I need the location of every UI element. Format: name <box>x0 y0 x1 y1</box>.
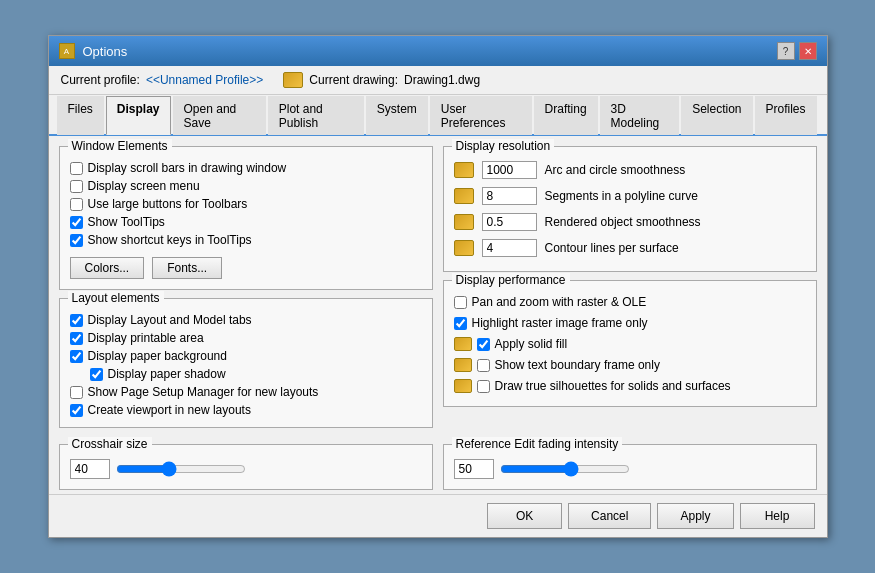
res-icon-1 <box>454 188 474 204</box>
shortcut-keys-checkbox[interactable] <box>70 234 83 247</box>
current-profile-item: Current profile: <<Unnamed Profile>> <box>61 73 264 87</box>
crosshair-slider-row <box>70 459 422 479</box>
text-boundary-checkbox[interactable] <box>477 359 490 372</box>
res-label-0: Arc and circle smoothness <box>545 163 686 177</box>
tab-plot-publish[interactable]: Plot and Publish <box>268 96 364 135</box>
res-input-2[interactable] <box>482 213 537 231</box>
res-icon-3 <box>454 240 474 256</box>
help-title-btn[interactable]: ? <box>777 42 795 60</box>
page-setup-manager-label[interactable]: Show Page Setup Manager for new layouts <box>88 385 319 399</box>
res-row-1: Segments in a polyline curve <box>454 187 806 205</box>
ref-edit-value-input[interactable] <box>454 459 494 479</box>
screen-menu-checkbox[interactable] <box>70 180 83 193</box>
create-viewport-checkbox[interactable] <box>70 404 83 417</box>
res-icon-0 <box>454 162 474 178</box>
ok-button[interactable]: OK <box>487 503 562 529</box>
pan-zoom-checkbox[interactable] <box>454 296 467 309</box>
scroll-bars-label[interactable]: Display scroll bars in drawing window <box>88 161 287 175</box>
checkbox-create-viewport: Create viewport in new layouts <box>70 403 422 417</box>
help-button[interactable]: Help <box>740 503 815 529</box>
drawing-icon <box>283 72 303 88</box>
crosshair-value-input[interactable] <box>70 459 110 479</box>
printable-area-checkbox[interactable] <box>70 332 83 345</box>
apply-button[interactable]: Apply <box>657 503 733 529</box>
highlight-raster-checkbox[interactable] <box>454 317 467 330</box>
right-panel: Display resolution Arc and circle smooth… <box>443 146 817 428</box>
fonts-button[interactable]: Fonts... <box>152 257 222 279</box>
layout-model-tabs-label[interactable]: Display Layout and Model tabs <box>88 313 252 327</box>
page-setup-manager-checkbox[interactable] <box>70 386 83 399</box>
close-title-btn[interactable]: ✕ <box>799 42 817 60</box>
checkbox-printable-area: Display printable area <box>70 331 422 345</box>
create-viewport-label[interactable]: Create viewport in new layouts <box>88 403 251 417</box>
res-label-1: Segments in a polyline curve <box>545 189 698 203</box>
apply-solid-label[interactable]: Apply solid fill <box>495 337 568 351</box>
tab-files[interactable]: Files <box>57 96 104 135</box>
display-resolution-group: Display resolution Arc and circle smooth… <box>443 146 817 272</box>
res-row-2: Rendered object smoothness <box>454 213 806 231</box>
tab-3d-modeling[interactable]: 3D Modeling <box>600 96 680 135</box>
crosshair-slider[interactable] <box>116 461 246 477</box>
cancel-button[interactable]: Cancel <box>568 503 651 529</box>
res-row-3: Contour lines per surface <box>454 239 806 257</box>
ref-edit-slider[interactable] <box>500 461 630 477</box>
tab-selection[interactable]: Selection <box>681 96 752 135</box>
res-input-3[interactable] <box>482 239 537 257</box>
tab-system[interactable]: System <box>366 96 428 135</box>
perf-row-0: Pan and zoom with raster & OLE <box>454 295 806 309</box>
current-drawing-item: Current drawing: Drawing1.dwg <box>283 72 480 88</box>
window-elements-title: Window Elements <box>68 139 172 153</box>
ref-edit-content <box>454 459 806 479</box>
dialog-title: Options <box>83 44 128 59</box>
title-bar-buttons: ? ✕ <box>777 42 817 60</box>
paper-shadow-label[interactable]: Display paper shadow <box>108 367 226 381</box>
tooltips-label[interactable]: Show ToolTips <box>88 215 165 229</box>
colors-button[interactable]: Colors... <box>70 257 145 279</box>
checkbox-tooltips: Show ToolTips <box>70 215 422 229</box>
layout-model-tabs-checkbox[interactable] <box>70 314 83 327</box>
tab-open-save[interactable]: Open and Save <box>173 96 266 135</box>
res-input-0[interactable] <box>482 161 537 179</box>
large-buttons-checkbox[interactable] <box>70 198 83 211</box>
drawing-label: Current drawing: <box>309 73 398 87</box>
checkbox-page-setup-manager: Show Page Setup Manager for new layouts <box>70 385 422 399</box>
paper-background-label[interactable]: Display paper background <box>88 349 227 363</box>
res-input-1[interactable] <box>482 187 537 205</box>
ref-edit-section: Reference Edit fading intensity <box>443 444 817 490</box>
true-silhouettes-checkbox[interactable] <box>477 380 490 393</box>
crosshair-content <box>70 459 422 479</box>
checkbox-screen-menu: Display screen menu <box>70 179 422 193</box>
paper-shadow-checkbox[interactable] <box>90 368 103 381</box>
tab-display[interactable]: Display <box>106 96 171 135</box>
perf-row-3: Show text boundary frame only <box>454 358 806 372</box>
options-dialog: A Options ? ✕ Current profile: <<Unnamed… <box>48 35 828 538</box>
perf-icon-4 <box>454 379 472 393</box>
left-panel: Window Elements Display scroll bars in d… <box>59 146 433 428</box>
printable-area-label[interactable]: Display printable area <box>88 331 204 345</box>
tab-user-prefs[interactable]: User Preferences <box>430 96 532 135</box>
ref-edit-slider-row <box>454 459 806 479</box>
tabs-bar: Files Display Open and Save Plot and Pub… <box>49 95 827 136</box>
tab-drafting[interactable]: Drafting <box>534 96 598 135</box>
tab-profiles[interactable]: Profiles <box>755 96 817 135</box>
paper-background-checkbox[interactable] <box>70 350 83 363</box>
checkbox-scroll-bars: Display scroll bars in drawing window <box>70 161 422 175</box>
res-icon-2 <box>454 214 474 230</box>
perf-icon-3 <box>454 358 472 372</box>
ref-edit-title: Reference Edit fading intensity <box>452 437 623 451</box>
title-bar-left: A Options <box>59 43 128 59</box>
scroll-bars-checkbox[interactable] <box>70 162 83 175</box>
highlight-raster-label[interactable]: Highlight raster image frame only <box>472 316 648 330</box>
tooltips-checkbox[interactable] <box>70 216 83 229</box>
screen-menu-label[interactable]: Display screen menu <box>88 179 200 193</box>
true-silhouettes-label[interactable]: Draw true silhouettes for solids and sur… <box>495 379 731 393</box>
apply-solid-checkbox[interactable] <box>477 338 490 351</box>
checkbox-shortcut-keys: Show shortcut keys in ToolTips <box>70 233 422 247</box>
large-buttons-label[interactable]: Use large buttons for Toolbars <box>88 197 248 211</box>
shortcut-keys-label[interactable]: Show shortcut keys in ToolTips <box>88 233 252 247</box>
display-performance-title: Display performance <box>452 273 570 287</box>
window-elements-group: Window Elements Display scroll bars in d… <box>59 146 433 290</box>
pan-zoom-label[interactable]: Pan and zoom with raster & OLE <box>472 295 647 309</box>
display-performance-content: Pan and zoom with raster & OLE Highlight… <box>454 295 806 396</box>
text-boundary-label[interactable]: Show text boundary frame only <box>495 358 660 372</box>
